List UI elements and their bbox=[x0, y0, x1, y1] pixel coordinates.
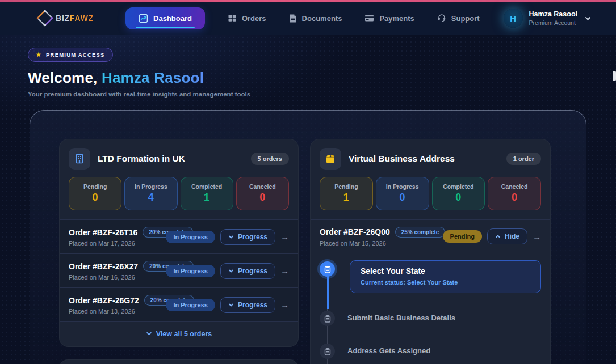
chevron-down-icon bbox=[228, 302, 234, 308]
open-order-arrow[interactable]: → bbox=[280, 266, 289, 276]
open-order-arrow[interactable]: → bbox=[280, 300, 289, 310]
counter-value: 1 bbox=[181, 192, 233, 204]
order-id: Order #BZF-26Q00 bbox=[320, 227, 390, 236]
clipboard-icon bbox=[320, 311, 335, 326]
payments-icon bbox=[364, 14, 374, 22]
action-label: Hide bbox=[505, 232, 519, 240]
hide-toggle-button[interactable]: Hide bbox=[487, 228, 527, 244]
card-title: Virtual Business Address bbox=[349, 154, 499, 164]
counter-canceled: Canceled 0 bbox=[236, 177, 289, 210]
chevron-down-icon bbox=[228, 234, 234, 240]
open-order-arrow[interactable]: → bbox=[533, 232, 541, 242]
clipboard-icon bbox=[320, 261, 335, 277]
scrollbar-thumb[interactable] bbox=[613, 71, 616, 81]
dashboard-panel: LTD Formation in UK 5 orders Pending 0 I… bbox=[30, 110, 586, 364]
order-placed-date: Placed on Mar 15, 2026 bbox=[320, 240, 443, 247]
support-icon bbox=[437, 14, 446, 23]
counter-label: Pending bbox=[320, 183, 372, 190]
progress-toggle-button[interactable]: Progress bbox=[220, 263, 275, 279]
order-id: Order #BZF-26X27 bbox=[69, 262, 138, 271]
order-id: Order #BZF-26T16 bbox=[69, 228, 137, 237]
nav-items: Dashboard Orders Documents bbox=[125, 7, 480, 29]
orders-icon bbox=[228, 14, 237, 23]
order-row[interactable]: Order #BZF-26G72 20% complete Placed on … bbox=[60, 288, 298, 322]
clipboard-icon bbox=[320, 344, 335, 359]
cards-grid: LTD Formation in UK 5 orders Pending 0 I… bbox=[59, 139, 557, 364]
progress-pill: 25% complete bbox=[395, 227, 446, 238]
welcome-user-name: Hamza Rasool bbox=[102, 69, 204, 86]
status-badge: In Progress bbox=[166, 265, 215, 277]
counter-completed: Completed 0 bbox=[432, 177, 485, 210]
brand-name: BIZFAWZ bbox=[56, 14, 94, 23]
counter-value: 0 bbox=[488, 192, 540, 204]
orders-list: Order #BZF-26T16 20% complete Placed on … bbox=[60, 219, 298, 322]
progress-toggle-button[interactable]: Progress bbox=[220, 229, 275, 245]
nav-label-payments: Payments bbox=[379, 14, 414, 23]
box-icon-tile bbox=[320, 148, 341, 170]
order-placed-date: Placed on Mar 17, 2026 bbox=[69, 240, 166, 247]
status-badge: In Progress bbox=[166, 299, 215, 311]
nav-item-documents[interactable]: Documents bbox=[289, 14, 342, 23]
card-header: LTD Formation in UK 5 orders bbox=[60, 139, 298, 176]
counter-value: 0 bbox=[69, 192, 121, 204]
card-header: Virtual Business Address 1 order bbox=[311, 139, 550, 176]
nav-item-support[interactable]: Support bbox=[437, 14, 480, 23]
building-icon bbox=[74, 153, 85, 164]
step-address-gets-assigned: Address Gets Assigned bbox=[320, 342, 541, 359]
step-title: Select Your State bbox=[361, 266, 530, 276]
step-title: Submit Basic Business Details bbox=[347, 314, 455, 322]
counter-label: In Progress bbox=[125, 183, 177, 190]
order-info: Order #BZF-26G72 20% complete Placed on … bbox=[69, 295, 166, 315]
order-row[interactable]: Order #BZF-26Q00 25% complete Placed on … bbox=[311, 219, 550, 253]
counter-label: Completed bbox=[181, 183, 233, 190]
star-icon: ★ bbox=[36, 51, 42, 58]
orders-count-badge: 1 order bbox=[506, 153, 541, 165]
dashboard-chart-icon bbox=[139, 14, 148, 23]
counter-pending: Pending 0 bbox=[69, 177, 121, 210]
box-icon bbox=[324, 153, 337, 164]
counter-label: Canceled bbox=[237, 183, 288, 190]
nav-label-orders: Orders bbox=[242, 14, 266, 23]
step-title: Address Gets Assigned bbox=[347, 346, 430, 355]
nav-item-payments[interactable]: Payments bbox=[364, 14, 414, 23]
documents-icon bbox=[289, 14, 297, 23]
status-badge: In Progress bbox=[166, 231, 215, 243]
nav-tab-dashboard[interactable]: Dashboard bbox=[125, 7, 205, 29]
card-footer: View all 5 orders bbox=[60, 322, 298, 346]
chevron-down-icon bbox=[228, 268, 234, 274]
step-select-your-state[interactable]: Select Your State Current status: Select… bbox=[320, 260, 541, 293]
order-info: Order #BZF-26Q00 25% complete Placed on … bbox=[320, 227, 443, 247]
view-all-orders-link[interactable]: View all 5 orders bbox=[146, 330, 212, 338]
brand-logo[interactable]: BIZFAWZ bbox=[35, 9, 94, 28]
service-card-ltd-formation: LTD Formation in UK 5 orders Pending 0 I… bbox=[59, 139, 299, 347]
nav-label-support: Support bbox=[451, 14, 480, 23]
step-status: Current status: Select Your State bbox=[361, 279, 530, 286]
order-info: Order #BZF-26X27 20% complete Placed on … bbox=[69, 261, 166, 281]
progress-toggle-button[interactable]: Progress bbox=[220, 297, 275, 313]
order-steps-timeline: Select Your State Current status: Select… bbox=[311, 253, 550, 364]
order-placed-date: Placed on Mar 16, 2026 bbox=[69, 274, 166, 281]
order-row[interactable]: Order #BZF-26T16 20% complete Placed on … bbox=[60, 220, 298, 254]
counter-value: 0 bbox=[433, 192, 485, 204]
welcome-prefix: Welcome, bbox=[28, 69, 98, 86]
main-content: ★ PREMIUM ACCESS Welcome, Hamza Rasool Y… bbox=[0, 35, 616, 363]
counter-in-progress: In Progress 0 bbox=[376, 177, 429, 210]
counter-value: 0 bbox=[237, 192, 288, 204]
chevron-down-icon bbox=[146, 331, 152, 337]
user-menu[interactable]: H Hamza Rasool Premium Account bbox=[504, 9, 592, 28]
user-account-type: Premium Account bbox=[529, 19, 577, 26]
premium-badge-label: PREMIUM ACCESS bbox=[46, 52, 105, 58]
nav-label-documents: Documents bbox=[302, 14, 342, 23]
top-navigation: BIZFAWZ Dashboard Orders bbox=[0, 2, 616, 35]
nav-label-dashboard: Dashboard bbox=[153, 14, 192, 23]
order-id: Order #BZF-26G72 bbox=[69, 296, 139, 305]
card-title: LTD Formation in UK bbox=[98, 154, 244, 164]
order-row[interactable]: Order #BZF-26X27 20% complete Placed on … bbox=[60, 254, 298, 288]
open-order-arrow[interactable]: → bbox=[280, 232, 289, 242]
order-info: Order #BZF-26T16 20% complete Placed on … bbox=[69, 227, 166, 247]
status-counters: Pending 0 In Progress 4 Completed 1 Ca bbox=[60, 176, 298, 219]
status-badge: Pending bbox=[443, 230, 482, 243]
counter-value: 0 bbox=[376, 192, 429, 204]
action-label: Progress bbox=[238, 233, 267, 241]
nav-item-orders[interactable]: Orders bbox=[228, 14, 266, 23]
